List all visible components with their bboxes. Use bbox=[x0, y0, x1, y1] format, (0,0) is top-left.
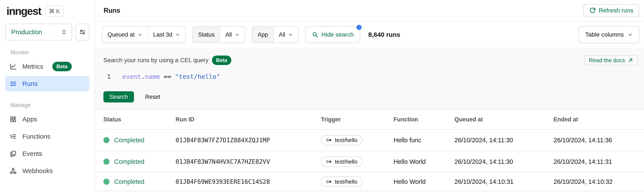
status-dot-icon bbox=[104, 159, 110, 165]
page-title: Runs bbox=[104, 7, 120, 14]
sidebar-item-events[interactable]: Events bbox=[5, 146, 90, 162]
function-name: Hello World bbox=[394, 158, 454, 165]
hide-search-button[interactable]: Hide search bbox=[306, 26, 360, 43]
runs-table: Status Run ID Trigger Function Queued at… bbox=[95, 110, 644, 191]
sidebar-item-functions[interactable]: Functions bbox=[5, 129, 90, 144]
editor-line-number: 1 bbox=[105, 73, 111, 80]
status-filter-value: All bbox=[225, 32, 232, 38]
column-header-function: Function bbox=[394, 116, 454, 123]
queued-at-value: 26/10/2024, 14:11:30 bbox=[454, 158, 554, 165]
token-object: event bbox=[122, 73, 141, 80]
time-range-dropdown[interactable]: Last 3d bbox=[148, 27, 185, 42]
app-filter-dropdown[interactable]: All bbox=[273, 27, 298, 42]
runs-count: 8,640 runs bbox=[368, 31, 400, 38]
refresh-runs-button[interactable]: Refresh runs bbox=[583, 4, 639, 17]
token-operator: == bbox=[160, 73, 175, 80]
read-the-docs-button[interactable]: Read the docs bbox=[584, 55, 638, 65]
metrics-chart-icon bbox=[10, 63, 17, 70]
trigger-badge: test/hello bbox=[321, 156, 362, 167]
external-link-arrow-icon bbox=[628, 58, 633, 63]
status-filter-dropdown[interactable]: All bbox=[220, 27, 245, 42]
column-header-queued-at: Queued at bbox=[454, 116, 554, 123]
sidebar-item-label: Runs bbox=[22, 80, 38, 88]
chevron-down-icon bbox=[235, 32, 240, 37]
monitor-nav: Metrics Beta Runs bbox=[0, 59, 94, 92]
status-cell: Completed bbox=[104, 178, 176, 185]
search-panel-title-row: Search your runs by using a CEL query Be… bbox=[104, 56, 231, 65]
status-label-text: Status bbox=[198, 32, 215, 38]
column-header-ended-at: Ended at bbox=[554, 116, 644, 123]
search-panel-title: Search your runs by using a CEL query bbox=[104, 57, 208, 64]
refresh-runs-label: Refresh runs bbox=[599, 7, 633, 14]
event-trigger-icon bbox=[326, 180, 332, 184]
event-trigger-icon bbox=[326, 160, 332, 164]
app-filter-label: App bbox=[252, 27, 273, 42]
page-header: Runs Refresh runs bbox=[95, 0, 644, 22]
apps-grid-icon bbox=[10, 116, 17, 123]
search-icon bbox=[312, 32, 318, 38]
status-cell: Completed bbox=[104, 158, 176, 165]
ended-at-value: 26/10/2024, 14:10:32 bbox=[554, 178, 644, 185]
run-id: 01JB4F69WE9393EERE16C14S28 bbox=[176, 178, 321, 185]
sidebar-item-apps[interactable]: Apps bbox=[5, 112, 90, 127]
trigger-name: test/hello bbox=[335, 137, 357, 144]
table-row[interactable]: Completed 01JB4F83W7N4HVXC7A7HZE82VV tes… bbox=[95, 151, 644, 173]
column-header-trigger: Trigger bbox=[321, 116, 394, 123]
token-dot: . bbox=[141, 73, 145, 80]
table-columns-label: Table columns bbox=[585, 31, 624, 38]
sidebar-item-webhooks[interactable]: Webhooks bbox=[5, 163, 90, 179]
table-columns-button[interactable]: Table columns bbox=[579, 26, 639, 43]
ended-at-value: 26/10/2024, 14:11:31 bbox=[554, 158, 644, 165]
cel-query-editor[interactable]: 1 event.name == "test/hello" bbox=[104, 72, 638, 81]
app-filter[interactable]: App All bbox=[252, 26, 298, 43]
sliders-icon bbox=[79, 28, 86, 36]
trigger-name: test/hello bbox=[335, 178, 357, 185]
status-text: Completed bbox=[114, 158, 144, 165]
time-field-dropdown[interactable]: Queued at bbox=[102, 27, 148, 42]
trigger-name: test/hello bbox=[335, 158, 357, 165]
search-button[interactable]: Search bbox=[104, 91, 134, 102]
main-content: Runs Refresh runs Queued at Last 3d bbox=[95, 0, 644, 192]
run-id: 01JB4F83W7N4HVXC7A7HZE82VV bbox=[176, 158, 321, 165]
filter-bar: Queued at Last 3d Status All bbox=[95, 22, 644, 48]
queued-at-value: 26/10/2024, 14:10:31 bbox=[454, 178, 554, 185]
search-panel-header: Search your runs by using a CEL query Be… bbox=[104, 55, 638, 66]
chevron-down-icon bbox=[138, 32, 142, 37]
status-filter[interactable]: Status All bbox=[192, 26, 245, 43]
sidebar-item-label: Apps bbox=[22, 116, 37, 123]
app-label-text: App bbox=[258, 32, 268, 38]
sidebar-item-label: Webhooks bbox=[22, 167, 53, 174]
search-notification-dot bbox=[356, 25, 362, 30]
search-panel-actions: Search Reset bbox=[104, 91, 638, 102]
chevron-down-icon bbox=[288, 32, 293, 37]
webhooks-icon bbox=[10, 167, 17, 174]
trigger-badge: test/hello bbox=[321, 176, 362, 187]
sidebar-item-metrics[interactable]: Metrics Beta bbox=[5, 59, 90, 74]
events-icon bbox=[10, 150, 17, 157]
manage-section-label: Manage bbox=[10, 102, 94, 108]
token-property: name bbox=[145, 73, 160, 80]
environment-selector[interactable]: Production bbox=[5, 24, 72, 40]
sidebar-item-label: Events bbox=[22, 150, 42, 157]
app-window: inngest ⌘ K Production Monitor bbox=[0, 0, 644, 192]
manage-nav: Apps Functions Events bbox=[0, 112, 94, 179]
command-k-shortcut[interactable]: ⌘ K bbox=[45, 6, 64, 17]
monitor-section-label: Monitor bbox=[10, 49, 94, 56]
column-header-run-id: Run ID bbox=[176, 116, 321, 123]
sidebar-item-runs[interactable]: Runs bbox=[5, 76, 90, 92]
reset-button[interactable]: Reset bbox=[145, 94, 160, 100]
table-row[interactable]: Completed 01JB4F83W7FZ7D1Z884XZQJ1MP tes… bbox=[95, 130, 644, 151]
trigger-cell: test/hello bbox=[321, 135, 394, 145]
function-name: Hello World bbox=[394, 178, 454, 185]
sidebar: inngest ⌘ K Production Monitor bbox=[0, 0, 95, 192]
environment-settings-button[interactable] bbox=[76, 24, 90, 40]
token-string: "test/hello" bbox=[175, 73, 220, 80]
cel-query-line[interactable]: event.name == "test/hello" bbox=[122, 73, 220, 80]
trigger-cell: test/hello bbox=[321, 176, 394, 187]
app-filter-value: All bbox=[279, 32, 285, 38]
metrics-beta-badge: Beta bbox=[52, 62, 72, 71]
run-id: 01JB4F83W7FZ7D1Z884XZQJ1MP bbox=[176, 137, 321, 144]
status-dot-icon bbox=[104, 179, 110, 185]
table-row[interactable]: Completed 01JB4F69WE9393EERE16C14S28 tes… bbox=[95, 173, 644, 191]
time-filter[interactable]: Queued at Last 3d bbox=[102, 26, 186, 43]
